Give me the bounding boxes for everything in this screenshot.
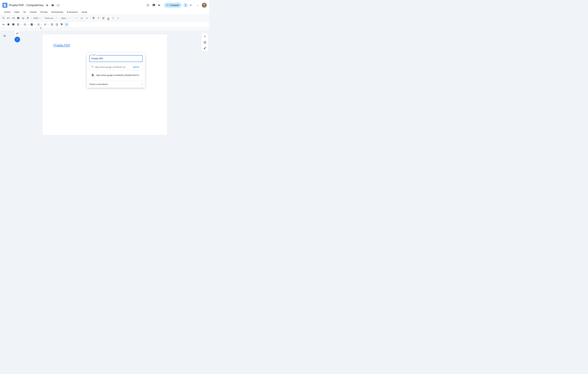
avatar[interactable] xyxy=(202,3,207,8)
text-color-button[interactable]: A xyxy=(106,16,111,20)
share-button[interactable]: Compartir xyxy=(164,3,182,8)
font-size-input[interactable] xyxy=(79,16,84,20)
redo-button[interactable] xyxy=(11,16,16,20)
svg-point-1 xyxy=(203,4,205,6)
document-title: Prueba PDF - ComputerHoy xyxy=(9,4,43,7)
align-button[interactable] xyxy=(16,22,21,27)
apply-link-button[interactable]: Aplicar xyxy=(132,65,141,69)
cloud-icon[interactable] xyxy=(56,3,60,7)
title-bar-right: Compartir xyxy=(146,3,207,8)
svg-text:3: 3 xyxy=(58,29,59,30)
right-sidebar xyxy=(200,31,209,135)
svg-rect-3 xyxy=(0,28,209,31)
link-suggestion-item[interactable]: https://drive.google.com/file/d/1-yStsNy… xyxy=(89,72,143,78)
document-area: Prueba PDF Texto https://drive.google.co… xyxy=(9,31,200,135)
link-text-input[interactable] xyxy=(89,55,143,62)
share-dropdown-button[interactable] xyxy=(183,3,188,7)
clear-format-button[interactable] xyxy=(59,22,64,27)
checklist-button[interactable] xyxy=(29,22,34,27)
text-cursor-button[interactable] xyxy=(64,22,69,27)
link-suggestion-url: https://drive.google.com/file/d/1-yStsNy… xyxy=(96,74,141,76)
lt-widget: LT ✓ xyxy=(15,31,20,42)
link-dialog: Texto https://drive.google.com/file/d/1-… xyxy=(87,53,145,88)
undo-button[interactable] xyxy=(6,16,11,20)
add-content-button[interactable] xyxy=(202,34,208,39)
lt-button[interactable]: LT xyxy=(15,31,20,36)
left-sidebar: LT ✓ xyxy=(0,31,9,135)
menu-formato[interactable]: Formato xyxy=(39,10,49,14)
title-icons xyxy=(45,3,60,7)
link-dialog-footer[interactable]: Títulos y marcadores › xyxy=(87,81,145,88)
menu-herramientas[interactable]: Herramientas xyxy=(50,10,65,14)
insert-bookmark-button[interactable] xyxy=(6,22,11,27)
insert-image-button[interactable] xyxy=(11,22,16,27)
lt-check-button[interactable]: ✓ xyxy=(15,37,20,42)
more-formatting-button[interactable] xyxy=(116,16,120,20)
numbered-list-dropdown-icon xyxy=(47,24,49,25)
folder-icon[interactable] xyxy=(51,3,55,7)
comment-icon[interactable] xyxy=(152,3,156,7)
toolbar-divider-1 xyxy=(31,17,32,20)
increase-indent-button[interactable] xyxy=(54,22,59,27)
menu-ayuda[interactable]: Ayuda xyxy=(80,10,89,14)
link-text-field: Texto xyxy=(89,55,143,62)
toolbar-divider-5 xyxy=(90,17,90,20)
menu-ver[interactable]: Ver xyxy=(21,10,28,14)
text-style-value: Texto nor... xyxy=(45,17,55,19)
title-bar-left: Prueba PDF - ComputerHoy xyxy=(2,3,146,8)
footer-chevron-icon: › xyxy=(142,83,143,86)
emoji-button[interactable] xyxy=(202,40,208,45)
collapse-toolbar-icon[interactable] xyxy=(196,3,200,7)
right-panel xyxy=(201,33,208,52)
avatar-image xyxy=(202,3,207,8)
svg-text:2: 2 xyxy=(42,29,42,30)
edit-mode-icon[interactable] xyxy=(189,3,194,7)
bullet-list-dropdown-icon xyxy=(41,24,42,25)
italic-button[interactable]: I xyxy=(96,16,101,20)
zoom-selector[interactable]: 100% xyxy=(32,17,42,20)
zoom-value: 100% xyxy=(33,17,38,19)
docs-logo-icon xyxy=(2,3,7,8)
toolbar-divider-4 xyxy=(73,17,73,20)
menu-archivo[interactable]: Archivo xyxy=(2,10,12,14)
bullet-list-button[interactable] xyxy=(36,22,41,27)
align-dropdown-icon xyxy=(20,24,22,25)
bold-button[interactable]: B xyxy=(91,16,96,20)
highlight-button[interactable] xyxy=(111,16,116,20)
document-page: Prueba PDF Texto https://drive.google.co… xyxy=(42,34,167,135)
underline-button[interactable]: U xyxy=(101,16,106,20)
document-heading[interactable]: Prueba PDF xyxy=(53,44,156,47)
primary-toolbar: 100% Texto nor... Open ... B I U A xyxy=(0,15,209,22)
text-style-selector[interactable]: Texto nor... xyxy=(44,17,58,20)
history-icon[interactable] xyxy=(146,3,150,7)
svg-text:1: 1 xyxy=(26,29,27,30)
outline-toggle-button[interactable] xyxy=(2,33,7,39)
print-button[interactable] xyxy=(16,16,21,20)
video-call-icon[interactable] xyxy=(158,3,162,7)
lt-label: LT xyxy=(16,32,19,35)
menu-bar: Archivo Editar Ver Insertar Formato Herr… xyxy=(0,9,209,15)
add-note-button[interactable] xyxy=(202,45,208,51)
paint-format-button[interactable] xyxy=(26,16,30,20)
decrease-indent-button[interactable] xyxy=(50,22,54,27)
search-toolbar-icon[interactable] xyxy=(1,16,6,20)
font-selector[interactable]: Open ... xyxy=(60,17,72,20)
menu-insertar[interactable]: Insertar xyxy=(28,10,38,14)
footer-label: Títulos y marcadores xyxy=(89,83,108,85)
title-bar: Prueba PDF - ComputerHoy xyxy=(0,0,209,9)
spellcheck-button[interactable] xyxy=(21,16,25,20)
menu-extensiones[interactable]: Extensiones xyxy=(65,10,79,14)
svg-text:4: 4 xyxy=(74,29,74,30)
font-size-increase-button[interactable] xyxy=(85,16,89,20)
checklist-dropdown-icon xyxy=(34,24,35,25)
line-spacing-button[interactable] xyxy=(23,22,27,27)
link-text-label: Texto xyxy=(91,54,96,56)
main-area: LT ✓ Prueba PDF Texto xyxy=(0,31,209,135)
link-url-row[interactable]: https://drive.google.com/file/d/1-yS Apl… xyxy=(89,64,143,70)
insert-link-button[interactable] xyxy=(1,22,6,27)
menu-editar[interactable]: Editar xyxy=(13,10,21,14)
star-icon[interactable] xyxy=(45,3,49,7)
font-value: Open ... xyxy=(61,17,68,19)
numbered-list-button[interactable] xyxy=(43,22,47,27)
font-size-decrease-button[interactable] xyxy=(74,16,79,20)
